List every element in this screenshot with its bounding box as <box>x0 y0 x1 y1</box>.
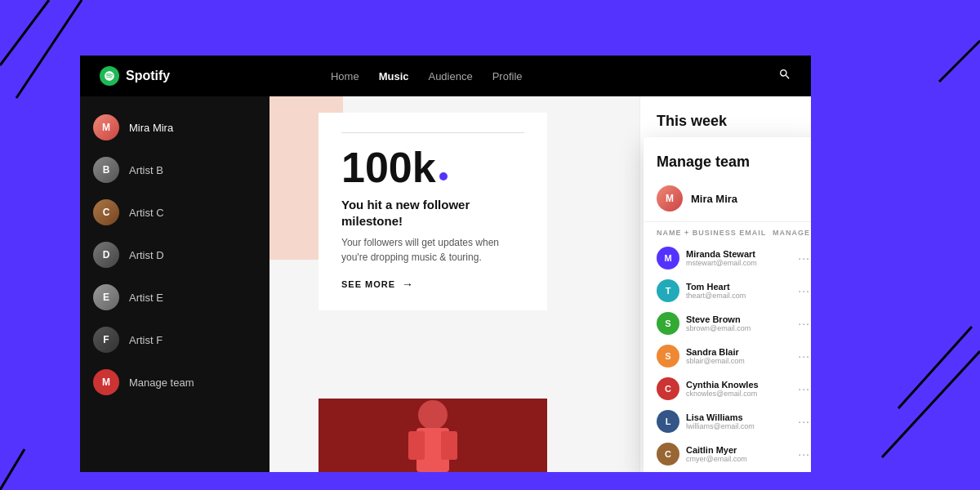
member-name-sandra: Sandra Blair <box>686 347 791 357</box>
sidebar-item-mira-mira[interactable]: M Mira Mira <box>80 106 270 149</box>
team-member-lisa: L Lisa Williams lwilliams@email.com ··· <box>644 405 811 438</box>
member-email-lisa: lwilliams@email.com <box>686 422 791 430</box>
member-info-sandra: Sandra Blair sblair@email.com <box>686 347 791 365</box>
stats-title: This week <box>657 113 795 130</box>
main-content: 100k You hit a new follower milestone! Y… <box>270 96 811 472</box>
sidebar-item-artist-e[interactable]: E Artist E <box>80 276 270 318</box>
member-info-tom: Tom Heart theart@email.com <box>686 282 791 300</box>
manage-team-title: Manage team <box>644 154 811 179</box>
member-dots-cynthia[interactable]: ··· <box>798 382 810 395</box>
app-name: Spotify <box>126 69 170 83</box>
spotify-icon <box>100 66 119 86</box>
milestone-number: 100k <box>341 146 524 189</box>
content-area: M Mira Mira B Artist B C Artist C D Arti… <box>80 96 811 472</box>
sidebar-label-manage-team: Manage team <box>129 376 194 389</box>
svg-line-3 <box>882 351 980 457</box>
team-member-caitlin: C Caitlin Myer cmyer@email.com ··· <box>644 438 811 470</box>
svg-line-5 <box>939 41 980 82</box>
top-nav: Spotify Home Music Audience Profile <box>80 56 811 96</box>
team-member-miranda: M Miranda Stewart mstewart@email.com ··· <box>644 242 811 274</box>
nav-profile[interactable]: Profile <box>492 70 523 82</box>
manage-team-card: Manage team M Mira Mira NAME + BUSINESS … <box>644 137 811 472</box>
team-member-steve: S Steve Brown sbrown@email.com ··· <box>644 307 811 340</box>
team-member-sandra: S Sandra Blair sblair@email.com ··· <box>644 340 811 372</box>
manage-current-user: M Mira Mira <box>644 179 811 222</box>
member-info-lisa: Lisa Williams lwilliams@email.com <box>686 412 791 430</box>
col-manage-label: MANAGE <box>773 229 810 237</box>
sidebar-item-manage-team[interactable]: M Manage team <box>80 361 270 403</box>
photo-card-inner <box>318 399 547 472</box>
member-email-steve: sbrown@email.com <box>686 324 791 332</box>
member-avatar-sandra: S <box>657 345 679 368</box>
avatar-manage-team: M <box>93 369 119 395</box>
member-dots-miranda[interactable]: ··· <box>798 252 810 265</box>
svg-rect-9 <box>408 431 425 460</box>
avatar-artist-d: D <box>93 242 119 268</box>
col-name-label: NAME + BUSINESS EMAIL <box>657 229 766 237</box>
avatar-artist-b: B <box>93 157 119 183</box>
member-dots-caitlin[interactable]: ··· <box>798 448 810 461</box>
milestone-title: You hit a new follower milestone! <box>341 197 524 229</box>
avatar-artist-c: C <box>93 199 119 225</box>
sidebar-item-artist-d[interactable]: D Artist D <box>80 234 270 276</box>
member-email-caitlin: cmyer@email.com <box>686 455 791 463</box>
main-container: Spotify Home Music Audience Profile M Mi… <box>80 56 811 472</box>
member-name-tom: Tom Heart <box>686 282 791 292</box>
member-info-miranda: Miranda Stewart mstewart@email.com <box>686 249 791 267</box>
svg-rect-10 <box>441 431 457 460</box>
member-email-sandra: sblair@email.com <box>686 357 791 365</box>
team-member-cynthia: C Cynthia Knowles cknowles@email.com ··· <box>644 372 811 405</box>
svg-line-1 <box>16 0 82 98</box>
sidebar-item-artist-b[interactable]: B Artist B <box>80 149 270 191</box>
see-more-button[interactable]: SEE MORE → <box>341 278 524 291</box>
svg-point-7 <box>418 400 448 430</box>
member-name-caitlin: Caitlin Myer <box>686 445 791 455</box>
member-info-cynthia: Cynthia Knowles cknowles@email.com <box>686 380 791 398</box>
milestone-card: 100k You hit a new follower milestone! Y… <box>318 113 547 310</box>
artist-photo-card <box>318 399 547 472</box>
nav-links: Home Music Audience Profile <box>331 70 523 82</box>
member-avatar-lisa: L <box>657 410 679 433</box>
member-dots-steve[interactable]: ··· <box>798 317 810 330</box>
member-dots-sandra[interactable]: ··· <box>798 350 810 363</box>
sidebar-label-mira-mira: Mira Mira <box>129 122 173 134</box>
member-email-cynthia: cknowles@email.com <box>686 390 791 398</box>
milestone-description: Your followers will get updates when you… <box>341 235 524 265</box>
nav-logo: Spotify <box>100 66 170 86</box>
milestone-divider <box>341 132 524 133</box>
member-name-lisa: Lisa Williams <box>686 412 791 422</box>
avatar-mira-mira: M <box>93 114 119 140</box>
member-name-cynthia: Cynthia Knowles <box>686 380 791 390</box>
sidebar-item-artist-f[interactable]: F Artist F <box>80 318 270 361</box>
sidebar: M Mira Mira B Artist B C Artist C D Arti… <box>80 96 270 472</box>
team-member-tom: T Tom Heart theart@email.com ··· <box>644 274 811 307</box>
member-dots-tom[interactable]: ··· <box>798 284 810 297</box>
svg-line-4 <box>0 449 24 490</box>
member-email-tom: theart@email.com <box>686 292 791 300</box>
avatar-artist-e: E <box>93 284 119 310</box>
member-avatar-cynthia: C <box>657 377 679 400</box>
member-avatar-tom: T <box>657 279 679 302</box>
sidebar-label-artist-d: Artist D <box>129 249 164 261</box>
member-info-steve: Steve Brown sbrown@email.com <box>686 314 791 332</box>
member-dots-lisa[interactable]: ··· <box>798 415 810 428</box>
member-name-miranda: Miranda Stewart <box>686 249 791 259</box>
nav-music[interactable]: Music <box>379 70 409 82</box>
search-icon[interactable] <box>778 68 791 85</box>
sidebar-item-artist-c[interactable]: C Artist C <box>80 191 270 234</box>
avatar-artist-f: F <box>93 327 119 353</box>
sidebar-label-artist-b: Artist B <box>129 164 163 176</box>
manage-current-avatar: M <box>657 185 683 212</box>
manage-col-header: NAME + BUSINESS EMAIL MANAGE <box>644 222 811 242</box>
member-email-miranda: mstewart@email.com <box>686 259 791 267</box>
nav-audience[interactable]: Audience <box>428 70 472 82</box>
sidebar-label-artist-e: Artist E <box>129 292 163 304</box>
member-info-caitlin: Caitlin Myer cmyer@email.com <box>686 445 791 463</box>
manage-current-name: Mira Mira <box>691 193 737 205</box>
svg-line-0 <box>0 0 49 65</box>
nav-home[interactable]: Home <box>331 70 359 82</box>
arrow-right-icon: → <box>402 278 414 291</box>
svg-line-2 <box>898 327 972 408</box>
milestone-dot <box>439 172 448 180</box>
sidebar-label-artist-c: Artist C <box>129 207 164 219</box>
